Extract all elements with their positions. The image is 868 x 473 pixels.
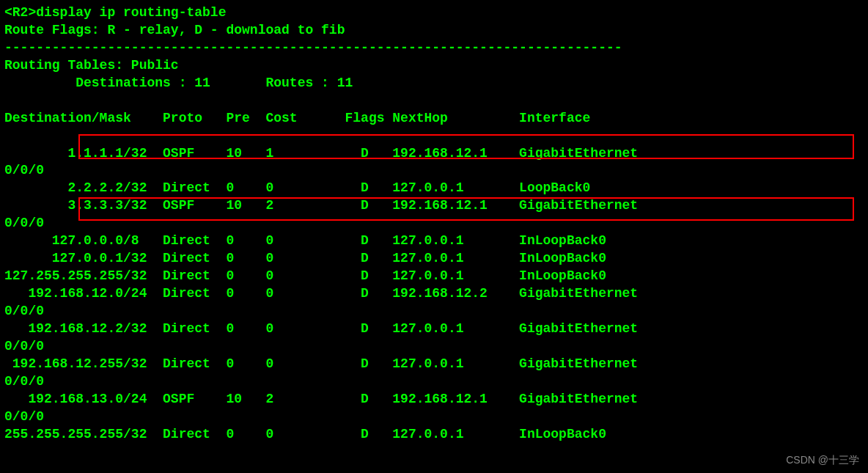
route-table-body: 1.1.1.1/32 OSPF 10 1 D 192.168.12.1 Giga…	[4, 145, 864, 444]
route-row-wrap: 0/0/0	[4, 162, 864, 180]
route-row-wrap: 0/0/0	[4, 408, 864, 426]
route-row: 2.2.2.2/32 Direct 0 0 D 127.0.0.1 LoopBa…	[4, 180, 864, 197]
column-headers: Destination/Mask Proto Pre Cost Flags Ne…	[4, 110, 864, 128]
routing-tables-header: Routing Tables: Public	[4, 57, 864, 75]
route-row: 127.0.0.0/8 Direct 0 0 D 127.0.0.1 InLoo…	[4, 232, 864, 250]
command-prompt: <R2>display ip routing-table	[4, 4, 864, 22]
route-row-wrap: 0/0/0	[4, 215, 864, 232]
route-row: 192.168.12.255/32 Direct 0 0 D 127.0.0.1…	[4, 356, 864, 373]
route-row: 127.0.0.1/32 Direct 0 0 D 127.0.0.1 InLo…	[4, 250, 864, 268]
blank-line	[4, 92, 864, 110]
route-row: 127.255.255.255/32 Direct 0 0 D 127.0.0.…	[4, 268, 864, 285]
route-row-wrap: 0/0/0	[4, 373, 864, 391]
route-row: 1.1.1.1/32 OSPF 10 1 D 192.168.12.1 Giga…	[4, 145, 864, 163]
route-row: 192.168.12.2/32 Direct 0 0 D 127.0.0.1 G…	[4, 320, 864, 338]
route-row: 255.255.255.255/32 Direct 0 0 D 127.0.0.…	[4, 426, 864, 444]
route-row: 192.168.13.0/24 OSPF 10 2 D 192.168.12.1…	[4, 391, 864, 408]
blank-line	[4, 128, 864, 145]
divider-line: ----------------------------------------…	[4, 40, 864, 57]
route-row-wrap: 0/0/0	[4, 303, 864, 320]
watermark: CSDN @十三学	[786, 453, 859, 467]
route-counts: Destinations : 11 Routes : 11	[4, 75, 864, 92]
route-row-wrap: 0/0/0	[4, 338, 864, 356]
route-flags-legend: Route Flags: R - relay, D - download to …	[4, 22, 864, 40]
route-row: 3.3.3.3/32 OSPF 10 2 D 192.168.12.1 Giga…	[4, 197, 864, 215]
route-row: 192.168.12.0/24 Direct 0 0 D 192.168.12.…	[4, 285, 864, 303]
